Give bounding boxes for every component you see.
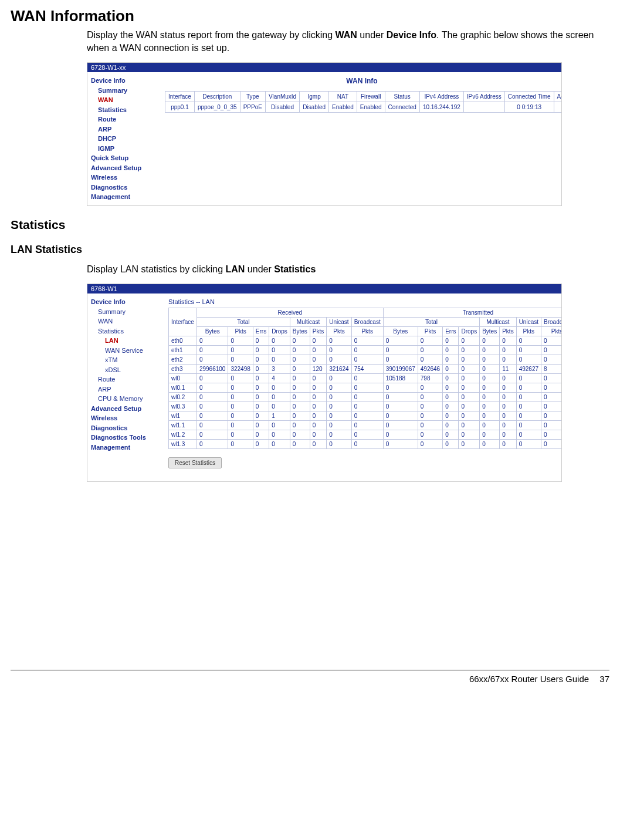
cell: 0 [383, 421, 418, 430]
cell: 10.16.244.192 [419, 102, 463, 113]
sidebar-item[interactable]: Management [90, 192, 160, 202]
cell: 0 [500, 402, 516, 411]
col-header: VlanMuxId [265, 92, 299, 102]
sidebar-item[interactable]: Device Info [90, 76, 160, 86]
panel-title-bar: 6768-W1 [87, 284, 561, 294]
table-row: eth10000000000000000 [169, 346, 562, 355]
col-header: Description [194, 92, 240, 102]
cell: 0 [516, 374, 541, 383]
sidebar-item[interactable]: IGMP [90, 144, 160, 154]
cell: 0 [253, 430, 269, 440]
sidebar-item[interactable]: ARP [90, 124, 160, 134]
cell: Disabled [300, 102, 329, 113]
txt-bold: WAN [336, 30, 357, 40]
col-total: Total [383, 318, 479, 327]
cell: 0 [196, 421, 228, 430]
sidebar-item[interactable]: Statistics [90, 326, 160, 336]
col-broadcast: Broadcast [541, 318, 561, 327]
cell-interface: wl0.3 [169, 402, 197, 411]
cell: 0 [290, 365, 310, 374]
sidebar-item[interactable]: Wireless [90, 173, 160, 183]
sidebar-item[interactable]: Route [90, 375, 160, 384]
panel-title-bar: 6728-W1-xx [87, 63, 561, 72]
reset-statistics-button[interactable]: Reset Statistics [168, 457, 222, 468]
cell: 0 [418, 355, 442, 365]
cell [554, 102, 561, 113]
sidebar-item[interactable]: xTM [90, 355, 160, 365]
cell: 0 [541, 336, 561, 346]
cell: 0 [480, 383, 500, 393]
cell: 0 [196, 336, 228, 346]
cell: 1 [269, 411, 290, 421]
cell: 0 [253, 411, 269, 421]
col-multicast: Multicast [480, 318, 516, 327]
cell: 0 [253, 402, 269, 411]
sidebar-item[interactable]: CPU & Memory [90, 394, 160, 404]
cell: 0 [351, 411, 383, 421]
sidebar-item[interactable]: WAN [90, 95, 160, 105]
cell: 0 [418, 430, 442, 440]
sidebar-item[interactable]: ARP [90, 384, 160, 394]
cell: 0 [327, 393, 351, 402]
sidebar-item[interactable]: Statistics [90, 105, 160, 115]
lan-stats-caption: Statistics -- LAN [168, 298, 559, 305]
col-unicast: Unicast [327, 318, 351, 327]
cell: 0 [443, 355, 459, 365]
cell: 0 [383, 430, 418, 440]
cell: 0 [196, 355, 228, 365]
cell: 0 [290, 336, 310, 346]
sidebar-item[interactable]: Device Info [90, 297, 160, 307]
cell: 0 [383, 336, 418, 346]
heading-lan-statistics: LAN Statistics [11, 244, 609, 256]
wan-info-table: InterfaceDescriptionTypeVlanMuxIdIgmpNAT… [165, 91, 561, 113]
cell: 0 [253, 365, 269, 374]
cell: 0 [443, 411, 459, 421]
table-row: wl10001000000000000 [169, 411, 562, 421]
lan-description-paragraph: Display LAN statistics by clicking LAN u… [87, 263, 597, 276]
sidebar-item[interactable]: WAN [90, 316, 160, 326]
sidebar-item[interactable]: Advanced Setup [90, 163, 160, 173]
sidebar-item[interactable]: Summary [90, 86, 160, 96]
sidebar-item[interactable]: Diagnostics [90, 423, 160, 433]
sidebar-item[interactable]: Wireless [90, 413, 160, 423]
cell: 0 [383, 383, 418, 393]
sidebar-item[interactable]: Diagnostics Tools [90, 433, 160, 443]
sidebar-item[interactable]: Diagnostics [90, 183, 160, 193]
sidebar-item[interactable]: DHCP [90, 134, 160, 144]
sidebar-item[interactable]: LAN [90, 336, 160, 346]
cell: 0 [480, 411, 500, 421]
cell: 0 [310, 355, 326, 365]
cell: 0 [516, 411, 541, 421]
cell-interface: wl0.1 [169, 383, 197, 393]
cell: 0 [290, 411, 310, 421]
cell: 0 [228, 430, 253, 440]
cell: 0 [253, 421, 269, 430]
txt-bold: Device Info [387, 30, 436, 40]
cell: 0 [500, 336, 516, 346]
cell: 0 [269, 346, 290, 355]
cell: 0 [480, 393, 500, 402]
table-row: wl1.20000000000000000 [169, 430, 562, 440]
cell: 0 [228, 402, 253, 411]
sidebar-item[interactable]: xDSL [90, 365, 160, 375]
cell: 0 [443, 346, 459, 355]
sidebar-item[interactable]: Summary [90, 307, 160, 317]
col-broadcast: Broadcast [351, 318, 383, 327]
sub-col-header: Errs [443, 327, 459, 336]
sidebar-item[interactable]: Route [90, 114, 160, 124]
sidebar-item[interactable]: Management [90, 443, 160, 453]
cell: 0 [253, 393, 269, 402]
cell: ppp0.1 [165, 102, 195, 113]
cell: 0 [228, 440, 253, 449]
cell: 0 [459, 355, 480, 365]
sidebar-item[interactable]: Quick Setup [90, 153, 160, 163]
sidebar-item[interactable]: WAN Service [90, 346, 160, 356]
cell: 0 [459, 346, 480, 355]
cell: 0 [500, 374, 516, 383]
cell: 0 [196, 383, 228, 393]
col-header: NAT [329, 92, 357, 102]
cell: 0 [383, 411, 418, 421]
cell: 0 [500, 355, 516, 365]
lan-stats-panel: 6768-W1 Device InfoSummaryWANStatisticsL… [87, 284, 562, 482]
sidebar-item[interactable]: Advanced Setup [90, 404, 160, 414]
